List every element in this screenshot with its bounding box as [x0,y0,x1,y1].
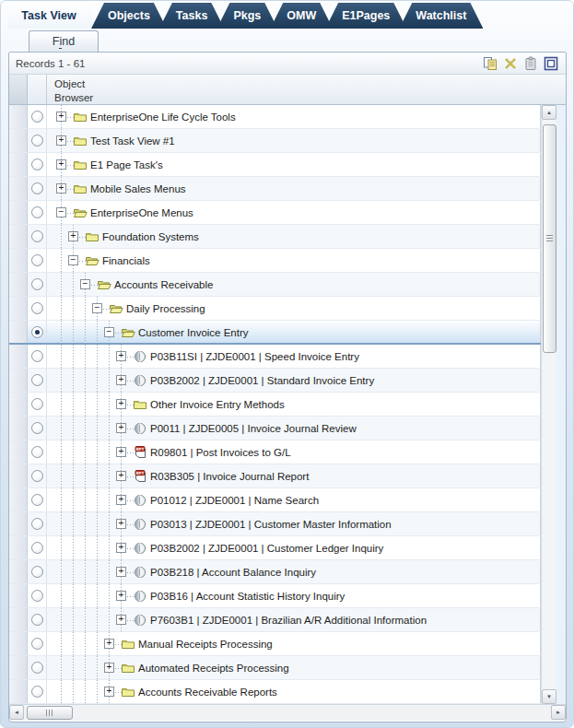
expand-toggle-icon[interactable]: + [104,639,114,649]
tab-e1pages[interactable]: E1Pages [325,3,406,29]
collapse-toggle-icon[interactable]: − [80,279,90,289]
radio-cell[interactable] [28,273,47,296]
tab-tasks[interactable]: Tasks [159,3,225,29]
radio-cell[interactable] [28,201,47,224]
scroll-up-button[interactable] [542,105,556,120]
paste-icon[interactable] [523,56,538,71]
object-browser-column-header[interactable]: Object Browser [47,75,566,104]
radio-cell[interactable] [28,464,47,487]
expand-toggle-icon[interactable]: + [116,519,126,529]
copy-grid-icon[interactable] [483,56,498,71]
radio-cell[interactable] [28,440,47,464]
row-radio[interactable] [31,614,43,626]
tree-node-label[interactable]: Customer Invoice Entry [138,327,249,338]
scroll-right-button[interactable] [551,705,566,720]
tree-node-label[interactable]: Accounts Receivable [114,279,213,290]
row-radio[interactable] [31,446,43,458]
expand-toggle-icon[interactable]: + [116,591,126,601]
radio-cell[interactable] [28,632,47,655]
find-button[interactable]: Find [29,30,99,52]
tree-node-label[interactable]: P01012 | ZJDE0001 | Name Search [150,495,319,506]
expand-toggle-icon[interactable]: + [116,351,126,361]
tree-node-label[interactable]: P0011 | ZJDE0005 | Invoice Journal Revie… [150,423,357,434]
tree-node-label[interactable]: R03B305 | Invoice Journal Report [150,471,309,482]
expand-toggle-icon[interactable]: + [116,567,126,577]
tree-node-label[interactable]: Mobile Sales Menus [90,183,186,194]
row-radio[interactable] [31,182,43,194]
row-radio[interactable] [31,686,43,698]
row-radio[interactable] [31,350,43,362]
radio-cell[interactable] [28,560,47,583]
expand-toggle-icon[interactable]: + [116,399,126,409]
radio-cell[interactable] [28,512,47,535]
row-radio[interactable] [31,638,43,650]
radio-cell[interactable] [28,345,47,368]
expand-toggle-icon[interactable]: + [68,231,78,241]
row-radio[interactable] [31,422,43,434]
radio-cell[interactable] [28,177,47,200]
tree-node-label[interactable]: Other Invoice Entry Methods [150,399,285,410]
row-radio[interactable] [31,374,43,386]
expand-toggle-icon[interactable]: + [116,615,126,625]
row-radio[interactable] [31,326,43,338]
expand-toggle-icon[interactable]: + [56,159,66,170]
tree-node-label[interactable]: P03013 | ZJDE0001 | Customer Master Info… [150,519,392,530]
tab-watchlist[interactable]: Watchlist [399,3,483,29]
expand-toggle-icon[interactable]: + [116,495,126,505]
row-radio[interactable] [31,302,43,314]
row-radio[interactable] [31,159,43,170]
radio-cell[interactable] [28,656,47,679]
row-radio[interactable] [31,542,43,554]
tab-omw[interactable]: OMW [270,3,333,29]
tree-node-label[interactable]: Financials [102,255,150,266]
hscroll-thumb[interactable] [27,706,73,720]
expand-toggle-icon[interactable]: + [56,183,66,194]
expand-toggle-icon[interactable]: + [104,687,114,697]
radio-cell[interactable] [28,129,47,152]
export-excel-icon[interactable] [503,56,518,71]
expand-toggle-icon[interactable]: + [116,471,126,481]
row-radio[interactable] [31,662,43,674]
tab-task-view[interactable]: Task View [8,3,99,29]
collapse-toggle-icon[interactable]: − [104,327,114,337]
tree-node-label[interactable]: P03B2002 | ZJDE0001 | Standard Invoice E… [150,375,374,386]
radio-cell[interactable] [28,680,47,703]
radio-cell[interactable] [28,321,47,343]
maximize-grid-icon[interactable] [544,56,558,71]
tab-pkgs[interactable]: Pkgs [217,3,277,29]
tree-node-label[interactable]: P03B2002 | ZJDE0001 | Customer Ledger In… [150,543,383,554]
tree-node-label[interactable]: EnterpriseOne Menus [90,207,193,218]
tree-node-label[interactable]: P03B11SI | ZJDE0001 | Speed Invoice Entr… [150,351,359,362]
row-radio[interactable] [31,398,43,410]
radio-cell[interactable] [28,417,47,440]
expand-toggle-icon[interactable]: + [104,663,114,673]
vertical-scrollbar[interactable] [541,105,556,704]
radio-cell[interactable] [28,249,47,272]
radio-cell[interactable] [28,297,47,320]
scroll-down-button[interactable] [542,689,556,704]
radio-cell[interactable] [28,225,47,248]
radio-cell[interactable] [28,393,47,416]
scroll-left-button[interactable] [9,705,24,720]
tree-node-label[interactable]: E1 Page Task's [90,159,163,170]
vscroll-thumb[interactable] [543,124,556,353]
tree-node-label[interactable]: P03B16 | Account Statistic History Inqui… [150,591,345,602]
tree-node-label[interactable]: R09801 | Post Invoices to G/L [150,447,291,458]
expand-toggle-icon[interactable]: + [116,375,126,385]
tree-node-label[interactable]: Manual Receipts Processing [138,639,273,650]
tree-node-label[interactable]: P03B218 | Account Balance Inquiry [150,567,316,578]
row-radio[interactable] [31,590,43,602]
row-radio[interactable] [31,278,43,290]
radio-cell[interactable] [28,105,47,128]
radio-cell[interactable] [28,153,47,176]
tree-node-label[interactable]: EnterpriseOne Life Cycle Tools [90,112,236,123]
tree-node-label[interactable]: Daily Processing [126,303,205,314]
row-radio[interactable] [31,206,43,218]
radio-cell[interactable] [28,536,47,559]
row-radio[interactable] [31,470,43,482]
row-radio[interactable] [31,518,43,530]
radio-cell[interactable] [28,488,47,511]
row-radio[interactable] [31,230,43,242]
radio-cell[interactable] [28,608,47,631]
row-radio[interactable] [31,135,43,147]
